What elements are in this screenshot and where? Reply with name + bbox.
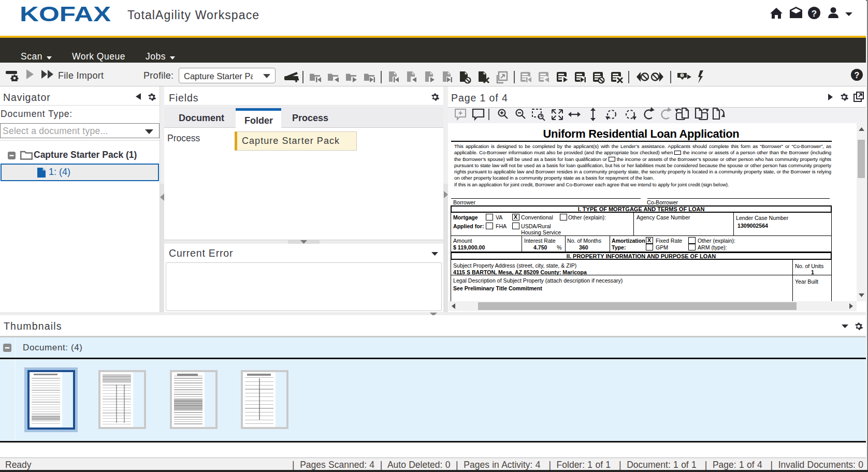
svg-text:KOFAX: KOFAX [21,3,111,24]
svg-text:!: ! [682,73,683,78]
svg-text:?: ? [812,9,817,19]
svg-text:?: ? [855,71,860,80]
